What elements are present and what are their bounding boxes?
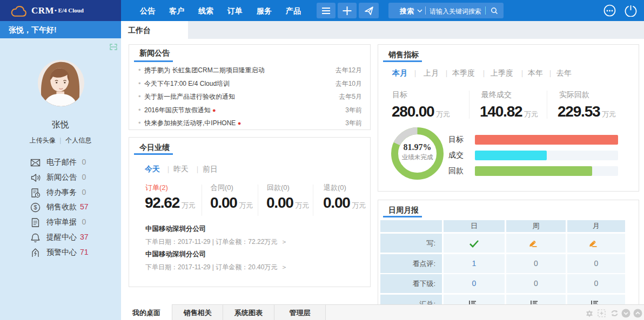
- svg-text:$: $: [33, 205, 37, 211]
